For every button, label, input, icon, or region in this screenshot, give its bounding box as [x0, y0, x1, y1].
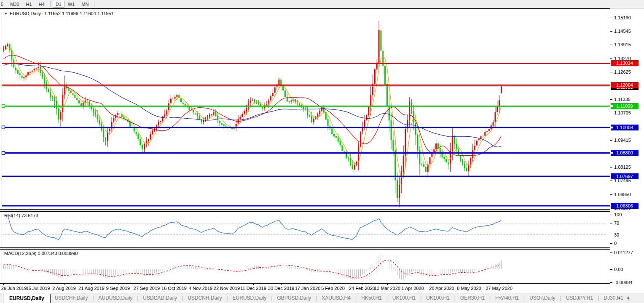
symbol-tab-usdchf-daily[interactable]: USDCHF,Daily: [51, 293, 92, 303]
macd-tick-label: 0.00: [614, 266, 623, 272]
macd-signal-value: 0.003990: [58, 251, 78, 256]
fast-ma: [4, 48, 502, 178]
date-axis[interactable]: 26 Jun 201915 Jul 20192 Aug 201921 Aug 2…: [0, 284, 610, 293]
date-tick-label: 30 Dec 2019: [268, 286, 294, 291]
symbol-tab-hk50-h1[interactable]: HK50,H1: [357, 293, 386, 303]
symbol-tabbar: EURUSD,DailyUSDCHF,Daily|AUDUSD,Daily|US…: [0, 293, 644, 303]
price-tick-mark: [610, 99, 612, 100]
rsi-tick-label: 30: [614, 232, 619, 238]
price-tick-mark: [610, 31, 612, 32]
date-tick-mark: [38, 284, 38, 285]
price-chart-panel[interactable]: [0, 8, 610, 210]
symbol-tab-ger30-h1[interactable]: GER30,H1: [456, 293, 489, 303]
price-tick-mark: [610, 194, 612, 195]
line-price-label[interactable]: 1.11009: [611, 103, 639, 109]
tab-scroll-arrows[interactable]: ◄►: [617, 296, 636, 300]
toolbar-separator: [94, 1, 94, 7]
price-tick-label: 1.06850: [614, 191, 631, 197]
rsi-tick-mark: [610, 243, 612, 244]
candlesticks: [3, 21, 502, 207]
line-drag-handle[interactable]: [611, 152, 613, 154]
chart-title-ohlc: 1.11652 1.11999 1.11604 1.11951: [44, 11, 114, 16]
price-tick-label: 1.09415: [614, 137, 631, 143]
symbol-tab-usdcnh-daily[interactable]: USDCNH,Daily: [183, 293, 226, 303]
date-tick-mark: [227, 284, 227, 285]
symbol-tab-fra40-h1[interactable]: FRA40,H1: [491, 293, 523, 303]
line-drag-handle[interactable]: [611, 105, 613, 107]
timeframe-button-m30[interactable]: M30: [7, 1, 22, 7]
symbol-tab-xauusd-h4[interactable]: XAUUSD,H4: [317, 293, 355, 303]
symbol-tab-gbpusd-daily[interactable]: GBPUSD,Daily: [273, 293, 315, 303]
date-tick-label: 16 Oct 2019: [161, 286, 187, 291]
macd-histogram: [4, 255, 502, 280]
rsi-tick-label: 100: [614, 212, 622, 218]
trading-terminal: { "toolbar": { "partial_timeframe": "5",…: [0, 0, 644, 303]
price-tick-label: 1.15190: [614, 15, 631, 21]
line-drag-handle: [2, 126, 5, 129]
date-tick-label: 11 Dec 2019: [240, 286, 266, 291]
timeframe-button-w1[interactable]: W1: [64, 1, 78, 7]
date-tick-mark: [3, 284, 4, 285]
rsi-tick-mark: [610, 215, 612, 215]
date-tick-label: 2 Aug 2019: [52, 286, 76, 291]
rsi-panel[interactable]: [0, 211, 610, 248]
date-tick-mark: [442, 284, 442, 285]
price-tick-mark: [610, 72, 612, 72]
date-tick-label: 1 Apr 2020: [401, 286, 424, 291]
symbol-tab-uk100-h1[interactable]: UK100,H1: [422, 293, 453, 303]
date-tick-mark: [91, 284, 92, 285]
line-price-label[interactable]: 1.10008: [611, 125, 639, 130]
line-price-label[interactable]: 1.13034: [611, 60, 639, 66]
symbol-tab-audusd-daily[interactable]: AUDUSD,Daily: [94, 293, 137, 303]
date-tick-mark: [281, 284, 282, 285]
price-tick-label: 1.12625: [614, 69, 631, 75]
date-tick-mark: [362, 284, 362, 285]
timeframe-button-h1[interactable]: H1: [23, 1, 35, 7]
symbol-tab-eurusd-daily[interactable]: EURUSD,Daily: [228, 293, 271, 303]
date-tick-mark: [174, 284, 174, 285]
line-drag-handle: [2, 152, 5, 154]
price-tick-mark: [610, 113, 612, 113]
rsi-label: RSI(14) 73.6173: [4, 213, 38, 218]
symbol-tab-usdjpy-h1[interactable]: USDJPY,H1: [562, 293, 597, 303]
line-price-label[interactable]: 1.06306: [611, 203, 639, 209]
date-tick-label: 27 Sep 2019: [134, 286, 160, 291]
line-price-label[interactable]: 1.07697: [611, 173, 639, 179]
date-tick-mark: [64, 284, 64, 285]
timeframe-button-h4[interactable]: H4: [35, 1, 48, 7]
date-tick-label: 5 Feb 2020: [321, 286, 345, 291]
date-tick-mark: [469, 284, 470, 285]
price-tick-mark: [610, 140, 612, 141]
date-tick-mark: [333, 284, 333, 285]
price-tick-label: 1.08125: [614, 164, 631, 170]
date-tick-mark: [387, 284, 388, 285]
price-axis[interactable]: 1.151901.145451.139151.132701.126251.113…: [610, 8, 644, 284]
price-tick-mark: [610, 18, 612, 18]
line-drag-handle[interactable]: [611, 126, 613, 129]
line-drag-handle: [2, 105, 5, 108]
date-tick-mark: [413, 284, 413, 285]
chart-title-symbol: EURUSD,Daily: [10, 11, 41, 16]
symbol-tab-usoil-daily[interactable]: USOil,Daily: [525, 293, 559, 303]
line-price-label[interactable]: 1.12004: [611, 82, 639, 88]
rsi-line: [4, 215, 502, 240]
macd-panel[interactable]: [0, 249, 610, 284]
chevron-down-icon[interactable]: ▼: [4, 12, 8, 16]
price-tick-label: 1.10705: [614, 110, 631, 116]
date-tick-label: 4 Nov 2019: [189, 286, 212, 291]
macd-tick-mark: [610, 282, 612, 283]
timeframe-button-mn[interactable]: MN: [78, 1, 92, 7]
date-tick-label: 17 Jan 2020: [295, 286, 321, 291]
date-tick-label: 21 Aug 2019: [78, 286, 105, 291]
symbol-tab-usdcad-daily[interactable]: USDCAD,Daily: [139, 293, 181, 303]
macd-main-value: 0.007343: [38, 251, 57, 256]
date-tick-mark: [499, 284, 499, 285]
timeframe-button-partial[interactable]: 5: [1, 1, 7, 7]
symbol-tab-uk100-h1[interactable]: UK100,H1: [388, 293, 420, 303]
date-tick-label: 13 Mar 2020: [374, 286, 400, 291]
line-price-label[interactable]: 1.08800: [611, 150, 639, 156]
symbol-tab-eurusd-daily[interactable]: EURUSD,Daily: [3, 294, 51, 303]
macd-tick-mark: [610, 269, 612, 270]
date-tick-mark: [308, 284, 308, 285]
timeframe-button-d1[interactable]: D1: [53, 1, 64, 8]
